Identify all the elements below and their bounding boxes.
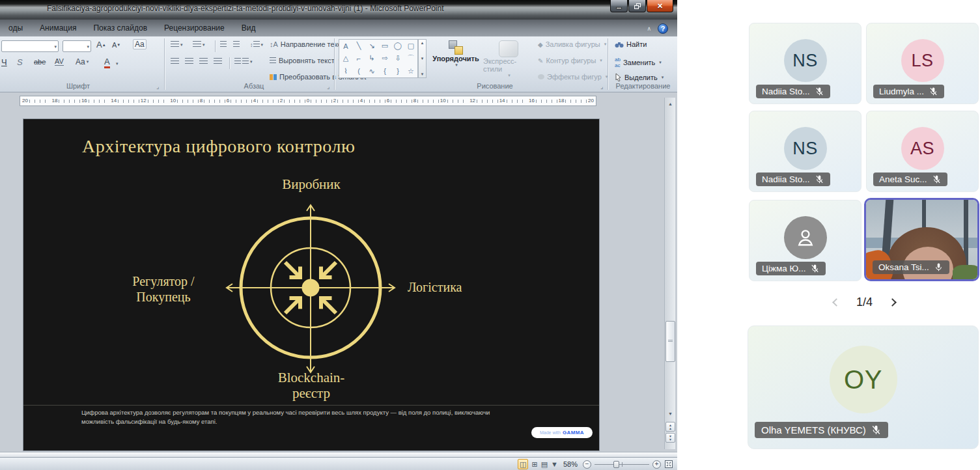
font-color-button[interactable]: A: [104, 57, 110, 68]
shadow-button[interactable]: S: [17, 57, 23, 67]
shape-button[interactable]: ⌒: [404, 52, 417, 64]
shape-button[interactable]: ▢: [404, 40, 417, 52]
participant-tile[interactable]: NS Nadiia Sto...: [749, 111, 861, 192]
decrease-indent-button[interactable]: [220, 41, 227, 48]
align-center-button[interactable]: [185, 58, 193, 65]
find-button[interactable]: Найти: [615, 40, 647, 48]
tab-review[interactable]: Рецензирование: [156, 20, 233, 36]
shape-button[interactable]: ╲: [352, 40, 365, 52]
participant-tile[interactable]: Ціжма Ю...: [749, 200, 861, 281]
chevron-down-icon: ▾: [250, 59, 253, 64]
zoom-slider-thumb[interactable]: [613, 461, 619, 468]
minimize-button[interactable]: [610, 0, 628, 12]
shape-outline-button[interactable]: ✎Контур фигуры▾: [538, 57, 602, 64]
participant-tile-large[interactable]: OY Olha YEMETS (КНУВС): [748, 325, 979, 449]
tab-animation[interactable]: Анимация: [31, 20, 85, 36]
reading-view-button[interactable]: ▤: [541, 460, 548, 469]
ruler-ticks: [231, 100, 252, 103]
change-case-button[interactable]: Aa▾: [76, 57, 89, 66]
previous-page-button[interactable]: [832, 298, 841, 307]
tab-view[interactable]: Вид: [233, 20, 264, 36]
zoom-slider[interactable]: [595, 460, 649, 469]
align-left-button[interactable]: [171, 58, 179, 65]
paragraph-dialog-launcher[interactable]: ⌟: [327, 83, 329, 90]
drawing-dialog-launcher[interactable]: ⌟: [600, 83, 603, 90]
bullets-button[interactable]: ▾: [171, 41, 183, 48]
slide-sorter-button[interactable]: ⊞: [531, 460, 537, 469]
participant-tile[interactable]: AS Aneta Suc...: [866, 111, 979, 192]
columns-button[interactable]: ▾: [234, 58, 253, 65]
diagram-label-regulator[interactable]: Регулятор /Покупець: [115, 273, 212, 305]
diagram-label-logistics[interactable]: Логістика: [408, 280, 462, 295]
line-spacing-button[interactable]: ↕▾: [250, 41, 263, 48]
shape-button[interactable]: ⌐: [352, 52, 365, 64]
character-spacing-button[interactable]: AV: [55, 57, 64, 66]
shape-button[interactable]: ↘: [365, 40, 378, 52]
ruler-number: 20: [22, 96, 28, 106]
ruler-strip[interactable]: 201816141210864202468101214161820: [20, 96, 596, 106]
participant-tile[interactable]: LS Liudmyla ...: [866, 23, 979, 104]
shape-button[interactable]: ∿: [365, 65, 378, 77]
shape-button[interactable]: ▭: [378, 40, 391, 52]
shape-button[interactable]: (: [352, 65, 365, 77]
shape-effects-button[interactable]: Эффекты фигур▾: [538, 73, 608, 81]
shape-button[interactable]: {: [378, 65, 391, 77]
zoom-out-button[interactable]: −: [583, 460, 591, 469]
shape-button[interactable]: △: [339, 52, 352, 64]
shape-button[interactable]: ↳: [365, 52, 378, 64]
previous-slide-button[interactable]: ▲▲: [665, 422, 675, 432]
align-right-button[interactable]: [199, 58, 208, 65]
shape-button[interactable]: ⇨: [378, 52, 391, 64]
participant-tile-active-speaker[interactable]: Oksana Tsi...: [864, 198, 979, 281]
font-dialog-launcher[interactable]: ⌟: [156, 83, 159, 90]
shape-button[interactable]: ⇩: [391, 52, 404, 64]
scroll-down-button[interactable]: ▼: [665, 409, 675, 419]
shape-button[interactable]: ⌇: [339, 65, 352, 77]
next-slide-button[interactable]: ▼▼: [665, 433, 675, 443]
shape-button[interactable]: ◯: [391, 40, 404, 52]
participant-tile[interactable]: NS Nadiia Sto...: [749, 23, 861, 104]
title-bar[interactable]: Falsifikaciya-agroprodukciyi-novi-viklik…: [0, 0, 677, 20]
scrollbar-thumb[interactable]: [665, 321, 675, 362]
horizontal-scrollbar[interactable]: [0, 452, 677, 457]
close-button[interactable]: ✕: [647, 0, 673, 12]
quick-styles-button[interactable]: Экспресс-стили ▾: [483, 40, 534, 78]
collapse-ribbon-icon[interactable]: ∧: [647, 25, 651, 32]
shape-fill-button[interactable]: ◆Заливка фигуры▾: [538, 40, 606, 48]
vertical-scrollbar[interactable]: ▲ ▼ ▲▲ ▼▼: [664, 98, 675, 449]
diagram-label-blockchain[interactable]: Blockchain-реєстр: [23, 370, 599, 401]
shrink-font-button[interactable]: A▼: [112, 41, 120, 49]
select-button[interactable]: Выделить▾: [615, 73, 664, 81]
shape-button[interactable]: A: [339, 40, 352, 52]
chevron-down-icon: ▾: [455, 62, 458, 68]
restore-button[interactable]: [628, 0, 646, 12]
scroll-up-button[interactable]: ▲: [665, 99, 675, 109]
arrange-button[interactable]: Упорядочить ▾: [430, 40, 482, 68]
clear-formatting-button[interactable]: Aa: [133, 39, 147, 49]
numbering-button[interactable]: ▾: [193, 41, 205, 48]
increase-indent-button[interactable]: [233, 41, 240, 48]
shape-button[interactable]: }: [391, 65, 404, 77]
slide[interactable]: Архітектура цифрового контролю: [23, 119, 599, 450]
tab-transitions[interactable]: оды: [0, 20, 31, 36]
underline-button[interactable]: Ч: [1, 57, 7, 67]
grow-font-button[interactable]: A▲: [96, 40, 106, 49]
font-name-select[interactable]: ▾: [1, 40, 59, 52]
replace-button[interactable]: abac Заменить▾: [615, 57, 662, 68]
shapes-scrollbar[interactable]: ▲▼▼: [418, 39, 427, 78]
strikethrough-button[interactable]: abe: [34, 58, 46, 66]
zoom-in-button[interactable]: +: [652, 460, 661, 469]
shape-button[interactable]: ☆: [404, 65, 417, 77]
help-button[interactable]: ?: [658, 23, 668, 34]
normal-view-button[interactable]: ◫: [518, 459, 528, 469]
fit-to-window-button[interactable]: [664, 460, 673, 469]
justify-button[interactable]: [214, 58, 222, 65]
font-size-select[interactable]: ▾: [63, 40, 91, 52]
slide-footer-text[interactable]: Цифрова архітектура дозволяє регуляторам…: [81, 408, 516, 427]
align-text-button[interactable]: Выровнять текст▾: [270, 57, 341, 64]
next-page-button[interactable]: [888, 298, 897, 307]
diagram-label-producer[interactable]: Виробник: [23, 176, 599, 193]
slideshow-button[interactable]: ▼: [551, 460, 558, 469]
tab-slideshow[interactable]: Показ слайдов: [85, 20, 156, 36]
made-with-gamma-badge[interactable]: Made with GAMMA: [531, 427, 593, 438]
